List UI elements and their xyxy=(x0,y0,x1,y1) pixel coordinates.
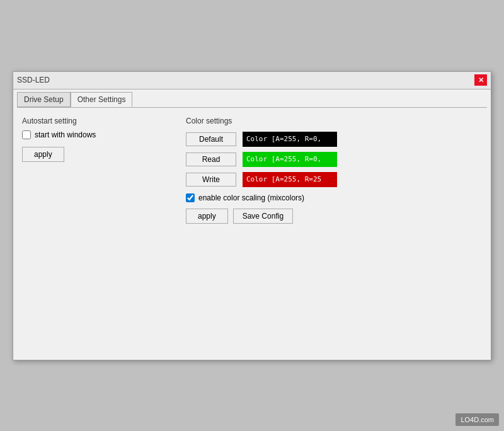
main-window: SSD-LED ✕ Drive Setup Other Settings Aut… xyxy=(13,71,491,360)
save-config-button[interactable]: Save Config xyxy=(233,209,293,224)
tab-drive-setup[interactable]: Drive Setup xyxy=(17,92,71,107)
start-with-windows-label: start with windows xyxy=(35,130,96,139)
start-with-windows-checkbox[interactable] xyxy=(22,130,31,139)
title-bar: SSD-LED ✕ xyxy=(13,72,491,89)
left-panel: Autostart setting start with windows app… xyxy=(22,117,148,351)
start-with-windows-row: start with windows xyxy=(22,130,148,139)
default-color-display[interactable]: Color [A=255, R=0, xyxy=(243,132,337,147)
read-color-button[interactable]: Read xyxy=(186,152,236,166)
enable-scaling-checkbox[interactable] xyxy=(186,193,195,202)
color-apply-button[interactable]: apply xyxy=(186,209,228,224)
autostart-section-title: Autostart setting xyxy=(22,117,148,125)
bottom-buttons: apply Save Config xyxy=(186,209,482,224)
default-color-button[interactable]: Default xyxy=(186,132,236,146)
read-color-row: Read Color [A=255, R=0, xyxy=(186,152,482,167)
default-color-row: Default Color [A=255, R=0, xyxy=(186,132,482,147)
tab-other-settings[interactable]: Other Settings xyxy=(71,92,133,107)
window-title: SSD-LED xyxy=(17,76,50,84)
tab-bar: Drive Setup Other Settings xyxy=(13,89,491,107)
right-panel: Color settings Default Color [A=255, R=0… xyxy=(186,117,482,351)
write-color-row: Write Color [A=255, R=25 xyxy=(186,172,482,187)
enable-scaling-label: enable color scaling (mixcolors) xyxy=(198,193,304,202)
enable-scaling-row: enable color scaling (mixcolors) xyxy=(186,193,482,202)
content-area: Autostart setting start with windows app… xyxy=(13,108,491,360)
write-color-display[interactable]: Color [A=255, R=25 xyxy=(243,172,337,187)
watermark: LO4D.com xyxy=(455,413,499,426)
read-color-display[interactable]: Color [A=255, R=0, xyxy=(243,152,337,167)
color-section-title: Color settings xyxy=(186,117,482,125)
autostart-apply-button[interactable]: apply xyxy=(22,147,64,162)
write-color-button[interactable]: Write xyxy=(186,173,236,187)
close-button[interactable]: ✕ xyxy=(474,74,487,86)
